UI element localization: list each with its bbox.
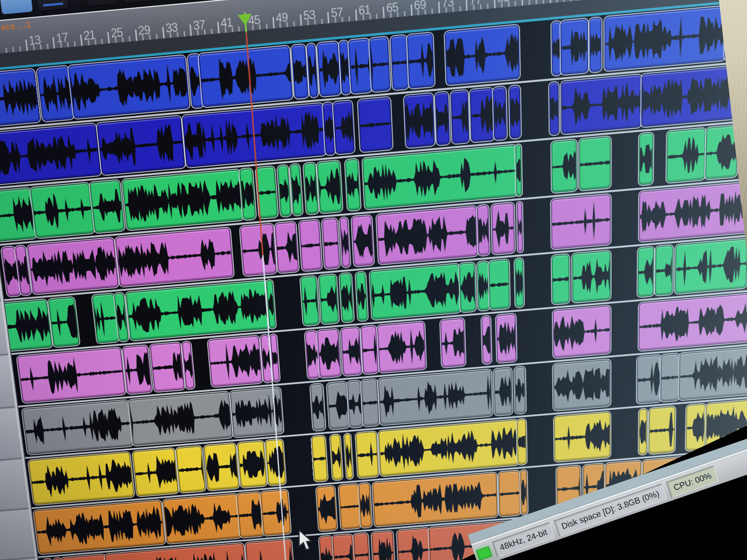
audio-clip[interactable]: [679, 345, 747, 400]
audio-clip[interactable]: [2, 299, 52, 351]
audio-clip[interactable]: [345, 159, 360, 211]
audio-clip[interactable]: [265, 439, 286, 486]
audio-clip[interactable]: [347, 380, 363, 428]
audio-clip[interactable]: [589, 17, 601, 72]
audio-clip[interactable]: [376, 206, 478, 264]
audio-clip[interactable]: [390, 35, 409, 90]
audio-clip[interactable]: [126, 280, 270, 341]
audio-clip[interactable]: [290, 164, 303, 216]
list-tool-button[interactable]: [83, 0, 119, 7]
audio-clip[interactable]: [303, 162, 318, 214]
audio-clip[interactable]: [396, 528, 431, 560]
audio-clip[interactable]: [37, 66, 74, 122]
audio-clip[interactable]: [0, 69, 40, 126]
audio-clip[interactable]: [705, 125, 739, 180]
audio-clip[interactable]: [579, 136, 611, 190]
audio-clip[interactable]: [641, 62, 747, 127]
audio-clip[interactable]: [731, 501, 747, 547]
audio-clip[interactable]: [552, 254, 570, 304]
audio-clip[interactable]: [638, 247, 655, 297]
audio-clip[interactable]: [514, 258, 524, 308]
audio-clip[interactable]: [481, 316, 492, 364]
audio-clip[interactable]: [34, 500, 166, 554]
track-control-panel[interactable]: [0, 509, 35, 560]
audio-clip[interactable]: [318, 274, 338, 324]
audio-clip[interactable]: [649, 406, 676, 454]
audio-clip[interactable]: [493, 368, 513, 416]
audio-clip[interactable]: [404, 93, 435, 148]
audio-clip[interactable]: [371, 531, 395, 560]
audio-clip[interactable]: [208, 336, 263, 387]
audio-clip[interactable]: [360, 326, 378, 374]
audio-clip[interactable]: [724, 0, 747, 60]
audio-clip[interactable]: [639, 409, 647, 455]
audio-clip[interactable]: [48, 297, 80, 347]
audio-clip[interactable]: [444, 25, 520, 85]
audio-clip[interactable]: [493, 87, 507, 140]
audio-clip[interactable]: [655, 245, 673, 295]
audio-clip[interactable]: [310, 384, 325, 431]
audio-clip[interactable]: [491, 203, 514, 254]
audio-clip[interactable]: [369, 37, 390, 92]
audio-clip[interactable]: [553, 306, 611, 358]
audio-clip[interactable]: [655, 508, 675, 553]
audio-clip[interactable]: [435, 92, 450, 146]
audio-clip[interactable]: [378, 369, 492, 425]
audio-clip[interactable]: [362, 145, 517, 210]
audio-clip[interactable]: [319, 536, 334, 560]
audio-clip[interactable]: [549, 82, 559, 135]
audio-clip[interactable]: [553, 359, 611, 411]
audio-clip[interactable]: [0, 124, 101, 186]
audio-clip[interactable]: [488, 259, 510, 310]
audio-clip[interactable]: [517, 202, 523, 252]
audio-clip[interactable]: [115, 228, 234, 287]
audio-clip[interactable]: [355, 272, 368, 321]
audio-clip[interactable]: [307, 43, 318, 98]
audio-clip[interactable]: [470, 88, 494, 142]
audio-clip[interactable]: [261, 490, 291, 536]
audio-clip[interactable]: [686, 404, 706, 451]
audio-clip[interactable]: [330, 434, 343, 481]
audio-clip[interactable]: [551, 194, 611, 250]
audio-clip[interactable]: [300, 276, 319, 326]
audio-clip[interactable]: [509, 85, 521, 139]
audio-clip[interactable]: [332, 534, 355, 560]
audio-clip[interactable]: [311, 435, 328, 482]
audio-clip[interactable]: [515, 144, 522, 196]
audio-clip[interactable]: [340, 327, 362, 376]
audio-clip[interactable]: [551, 140, 577, 193]
audio-clip[interactable]: [561, 74, 641, 134]
audio-clip[interactable]: [639, 133, 653, 185]
audio-clip[interactable]: [30, 182, 95, 238]
audio-clip[interactable]: [97, 116, 185, 175]
audio-clip[interactable]: [675, 238, 747, 294]
block-tool-button[interactable]: [156, 0, 192, 0]
audio-clip[interactable]: [675, 507, 687, 552]
audio-clip[interactable]: [322, 218, 340, 269]
audio-clip[interactable]: [28, 452, 134, 505]
audio-clip[interactable]: [517, 419, 527, 465]
audio-clip[interactable]: [739, 120, 747, 176]
audio-clip[interactable]: [68, 55, 190, 119]
marker-m-tool-button[interactable]: M: [120, 0, 155, 4]
audio-clip[interactable]: [344, 434, 353, 479]
audio-clip[interactable]: [355, 431, 379, 478]
audio-clip[interactable]: [291, 44, 308, 99]
audio-clip[interactable]: [61, 554, 111, 560]
playhead-marker-icon[interactable]: [238, 14, 253, 26]
audio-clip[interactable]: [572, 251, 611, 303]
audio-clip[interactable]: [520, 470, 528, 515]
audio-clip[interactable]: [333, 100, 355, 154]
audio-clip[interactable]: [238, 441, 267, 488]
audio-clip[interactable]: [163, 494, 241, 544]
audio-clip[interactable]: [237, 492, 264, 538]
audio-clip[interactable]: [176, 446, 205, 493]
audio-clip[interactable]: [204, 443, 240, 490]
audio-clip[interactable]: [17, 347, 126, 403]
audio-clip[interactable]: [338, 484, 360, 530]
audio-clip[interactable]: [373, 472, 498, 527]
audio-clip[interactable]: [440, 318, 465, 368]
audio-clip[interactable]: [339, 217, 350, 267]
audio-clip[interactable]: [122, 345, 152, 394]
audio-clip[interactable]: [377, 322, 426, 373]
